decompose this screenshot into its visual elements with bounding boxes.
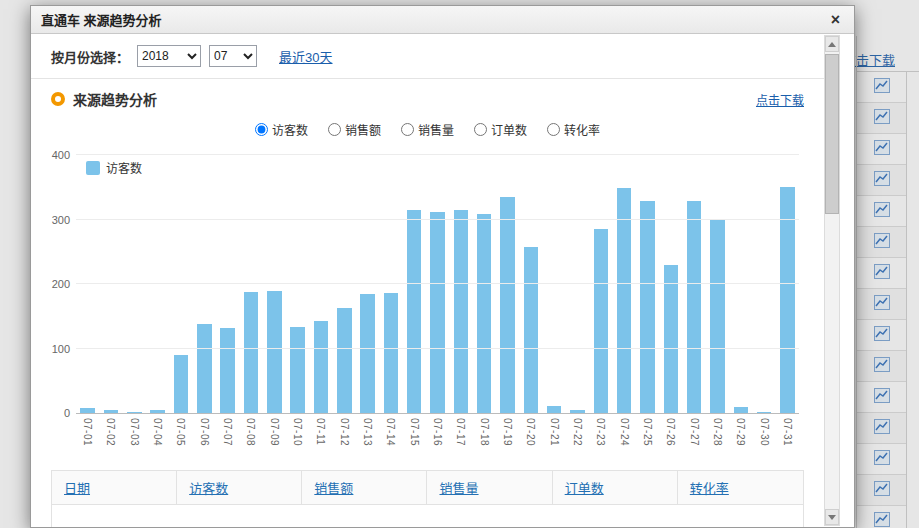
bar[interactable]: [220, 328, 234, 413]
scroll-up-button[interactable]: [825, 36, 839, 52]
table-header-link[interactable]: 销售量: [439, 481, 478, 496]
metric-radio-5[interactable]: 转化率: [547, 121, 600, 138]
metric-radio-input[interactable]: [474, 123, 487, 136]
bar-slot: [193, 156, 216, 413]
x-axis-label: 07-08: [239, 414, 262, 460]
scroll-down-button[interactable]: [825, 509, 839, 525]
bar[interactable]: [547, 406, 561, 413]
x-axis-label: 07-17: [449, 414, 472, 460]
x-axis-label-text: 07-15: [409, 418, 420, 460]
bar[interactable]: [477, 214, 491, 413]
bar[interactable]: [687, 201, 701, 413]
bar[interactable]: [127, 412, 141, 413]
bar[interactable]: [524, 247, 538, 413]
metric-radio-input[interactable]: [328, 123, 341, 136]
bar[interactable]: [430, 212, 444, 413]
x-axis-label-text: 07-06: [199, 418, 210, 460]
x-axis-label: 07-12: [333, 414, 356, 460]
x-axis-label-text: 07-18: [479, 418, 490, 460]
year-select[interactable]: 2018: [137, 45, 201, 67]
bar-slot: [286, 156, 309, 413]
bar[interactable]: [757, 412, 771, 413]
bar[interactable]: [664, 265, 678, 413]
detail-table: 日期访客数销售额销售量订单数转化率: [51, 470, 804, 528]
bar[interactable]: [780, 187, 794, 413]
x-axis-label: 07-05: [169, 414, 192, 460]
bar[interactable]: [384, 293, 398, 413]
x-axis-label-text: 07-03: [129, 418, 140, 460]
x-axis-label-text: 07-12: [339, 418, 350, 460]
x-axis-label: 07-04: [146, 414, 169, 460]
bar[interactable]: [594, 229, 608, 413]
x-axis-label-text: 07-08: [245, 418, 256, 460]
x-axis-label: 07-22: [566, 414, 589, 460]
metric-radio-input[interactable]: [547, 123, 560, 136]
x-axis-label: 07-16: [426, 414, 449, 460]
modal-scrollbar[interactable]: [824, 35, 840, 526]
bar[interactable]: [337, 308, 351, 413]
table-header-link[interactable]: 日期: [64, 481, 90, 496]
y-axis-tick-label: 300: [36, 214, 70, 226]
bar[interactable]: [500, 197, 514, 413]
table-header-link[interactable]: 销售额: [314, 481, 353, 496]
metric-radio-2[interactable]: 销售额: [328, 121, 381, 138]
close-icon[interactable]: ×: [827, 10, 844, 30]
table-header-link[interactable]: 订单数: [565, 481, 604, 496]
x-axis-label-text: 07-31: [782, 418, 793, 460]
table-header-link[interactable]: 转化率: [690, 481, 729, 496]
last-30-days-link[interactable]: 最近30天: [279, 47, 332, 66]
detail-table-header-row: 日期访客数销售额销售量订单数转化率: [52, 471, 803, 505]
metric-radio-4[interactable]: 订单数: [474, 121, 527, 138]
bar-slot: [169, 156, 192, 413]
month-filter-label: 按月份选择：: [51, 47, 129, 66]
metric-radio-input[interactable]: [255, 123, 268, 136]
bar[interactable]: [314, 321, 328, 413]
bar[interactable]: [290, 327, 304, 413]
bar[interactable]: [407, 210, 421, 413]
x-axis-label-text: 07-13: [362, 418, 373, 460]
x-axis-label-text: 07-21: [549, 418, 560, 460]
metric-radio-input[interactable]: [401, 123, 414, 136]
bar[interactable]: [80, 408, 94, 413]
bar[interactable]: [174, 355, 188, 413]
bar[interactable]: [150, 410, 164, 413]
scroll-down-icon: [828, 515, 836, 520]
bar-slot: [263, 156, 286, 413]
x-axis-label-text: 07-01: [82, 418, 93, 460]
bar[interactable]: [360, 294, 374, 413]
month-select[interactable]: 07: [209, 45, 257, 67]
x-axis-label: 07-11: [309, 414, 332, 460]
x-axis-label-text: 07-20: [525, 418, 536, 460]
metric-radio-3[interactable]: 销售量: [401, 121, 454, 138]
detail-table-body: [52, 505, 803, 528]
table-header-link[interactable]: 访客数: [189, 481, 228, 496]
x-axis-label: 07-18: [473, 414, 496, 460]
gridline: [76, 219, 799, 220]
download-link[interactable]: 点击下载: [756, 91, 804, 108]
x-axis-label-text: 07-02: [105, 418, 116, 460]
x-axis-label-text: 07-27: [689, 418, 700, 460]
chart-legend[interactable]: 访客数: [86, 159, 142, 176]
bar-slot: [636, 156, 659, 413]
y-axis-tick-label: 400: [36, 149, 70, 161]
bar[interactable]: [104, 410, 118, 413]
table-header-cell: 订单数: [553, 471, 678, 504]
bar[interactable]: [267, 291, 281, 413]
bar[interactable]: [710, 219, 724, 413]
x-axis-label: 07-23: [589, 414, 612, 460]
bar[interactable]: [617, 188, 631, 413]
x-axis-label-text: 07-10: [292, 418, 303, 460]
x-axis-label-text: 07-16: [432, 418, 443, 460]
metric-radio-1[interactable]: 访客数: [255, 121, 308, 138]
table-header-cell: 销售额: [302, 471, 427, 504]
bar[interactable]: [197, 324, 211, 413]
bar[interactable]: [570, 410, 584, 413]
bar-slot: [519, 156, 542, 413]
bar[interactable]: [454, 210, 468, 413]
bar[interactable]: [640, 201, 654, 413]
bar[interactable]: [244, 292, 258, 413]
bar[interactable]: [734, 407, 748, 413]
bar-slot: [473, 156, 496, 413]
bar-slot: [496, 156, 519, 413]
scrollbar-thumb[interactable]: [825, 54, 839, 214]
